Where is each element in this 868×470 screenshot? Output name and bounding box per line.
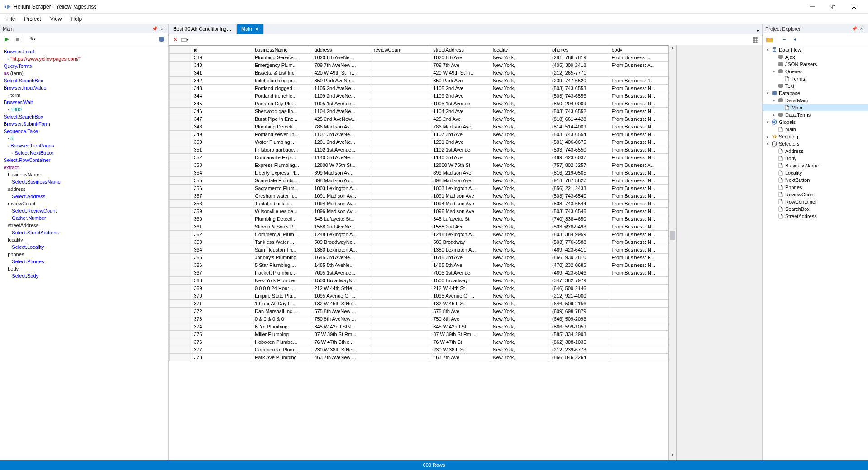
table-row[interactable]: 365Johnny's Plumbing1645 3rd AveNe...164… xyxy=(170,254,668,261)
cell[interactable]: 1096 Madison Av... xyxy=(311,208,371,215)
cell[interactable]: New York, xyxy=(490,92,549,100)
cell[interactable]: (914) 767-5627 xyxy=(549,177,609,185)
cell[interactable]: From Business: N... xyxy=(609,138,668,146)
code-line[interactable]: Select.SearchBox xyxy=(4,113,165,120)
cell[interactable]: Scarsdale Plumbi... xyxy=(252,177,311,185)
cell[interactable]: 343 xyxy=(191,85,252,92)
cell[interactable]: New York, xyxy=(490,169,549,177)
cell[interactable]: (757) 802-3257 xyxy=(549,161,609,169)
tree-node[interactable]: NextButton xyxy=(763,176,868,184)
cell[interactable] xyxy=(371,92,430,100)
cell[interactable]: 589 BroadwayNe... xyxy=(311,238,371,246)
cell[interactable]: 37 W 39th St Rm... xyxy=(311,331,371,338)
cell[interactable]: 230 W 38th StNe... xyxy=(311,346,371,354)
table-row[interactable]: 370Empire State Plu...1095 Avenue Of ...… xyxy=(170,292,668,300)
cell[interactable] xyxy=(609,69,668,77)
wand-button[interactable]: ✎▾ xyxy=(28,34,38,44)
cell[interactable] xyxy=(371,192,430,200)
cell[interactable]: New York, xyxy=(490,77,549,85)
cell[interactable]: 420 W 49th St Fr... xyxy=(311,69,371,77)
tree-node[interactable]: ▾Queries xyxy=(763,68,868,75)
cell[interactable]: Sam Houston Th... xyxy=(252,246,311,254)
cell[interactable]: From Business: N... xyxy=(609,123,668,131)
cell[interactable]: 1095 Avenue Of ... xyxy=(311,292,371,300)
cell[interactable]: From Business: N... xyxy=(609,146,668,154)
cell[interactable]: Gresham water h... xyxy=(252,192,311,200)
cell[interactable]: Miller Plumbing xyxy=(252,331,311,338)
cell[interactable]: (212) 239-6773 xyxy=(549,346,609,354)
cell[interactable]: From Business: N... xyxy=(609,108,668,115)
code-line[interactable]: · term xyxy=(4,91,165,99)
table-row[interactable]: 375Miller Plumbing37 W 39th St Rm...37 W… xyxy=(170,331,668,338)
cell[interactable] xyxy=(371,238,430,246)
cell[interactable]: 342 xyxy=(191,77,252,85)
cell[interactable] xyxy=(609,308,668,315)
cell[interactable]: 346 xyxy=(191,108,252,115)
expand-icon[interactable]: ▾ xyxy=(772,69,776,74)
code-line[interactable]: · "https://www.yellowpages.com/" xyxy=(4,55,165,62)
cell[interactable]: 1003 Lexington A... xyxy=(430,185,490,192)
cell[interactable]: (469) 423-6411 xyxy=(549,246,609,254)
table-row[interactable]: 360Plumbing Detecti...345 Lafayette St..… xyxy=(170,215,668,223)
table-row[interactable]: 359Wilsonville reside...1096 Madison Av.… xyxy=(170,208,668,215)
cell[interactable]: New York, xyxy=(490,131,549,138)
cell[interactable]: 1104 2nd Ave xyxy=(430,108,490,115)
column-header[interactable]: address xyxy=(311,46,371,54)
tree-node[interactable]: RowContainer xyxy=(763,198,868,205)
tree-node[interactable]: Main xyxy=(763,126,868,133)
cell[interactable]: From Business: ... xyxy=(609,54,668,62)
cell[interactable]: From Business: N... xyxy=(609,177,668,185)
cell[interactable]: (866) 846-2264 xyxy=(549,354,609,361)
cell[interactable] xyxy=(609,346,668,354)
code-line[interactable]: Query.Terms xyxy=(4,62,165,70)
table-row[interactable]: 368New York Plumber1500 BroadwayN...1500… xyxy=(170,277,668,285)
cell[interactable]: From Business: N... xyxy=(609,208,668,215)
table-row[interactable]: 340Emergency Plum...789 7th AveNew ...78… xyxy=(170,62,668,69)
tree-node[interactable]: SearchBox xyxy=(763,205,868,213)
cell[interactable]: 7005 1st Avenue... xyxy=(311,269,371,277)
cell[interactable]: 76 W 47th St xyxy=(430,338,490,346)
tree-node[interactable]: Text xyxy=(763,82,868,90)
column-header[interactable]: locality xyxy=(490,46,549,54)
cell[interactable]: New York, xyxy=(490,69,549,77)
cell[interactable] xyxy=(371,300,430,308)
cell[interactable]: 1003 Lexington A... xyxy=(311,185,371,192)
cell[interactable]: 5 Star Plumbing ... xyxy=(252,261,311,269)
table-row[interactable]: 351Hillsboro garbage...1102 1st Avenue..… xyxy=(170,146,668,154)
cell[interactable]: (850) 204-0009 xyxy=(549,100,609,108)
cell[interactable] xyxy=(609,292,668,300)
cell[interactable]: (740) 338-4650 xyxy=(549,215,609,223)
cell[interactable]: From Business: N... xyxy=(609,92,668,100)
cell[interactable]: (281) 766-7819 xyxy=(549,54,609,62)
cell[interactable]: (862) 308-1036 xyxy=(549,338,609,346)
cell[interactable]: (347) 382-7979 xyxy=(549,277,609,285)
cell[interactable] xyxy=(371,131,430,138)
cell[interactable]: New York, xyxy=(490,192,549,200)
cell[interactable]: 377 xyxy=(191,346,252,354)
cell[interactable]: 341 xyxy=(191,69,252,77)
cell[interactable] xyxy=(371,315,430,323)
code-editor[interactable]: Browser.Load · "https://www.yellowpages.… xyxy=(0,45,168,460)
cell[interactable]: New York, xyxy=(490,231,549,238)
cell[interactable]: (609) 698-7879 xyxy=(549,308,609,315)
minimize-button[interactable] xyxy=(802,0,823,14)
code-line[interactable]: extract xyxy=(4,164,165,171)
cell[interactable]: (646) 509-2093 xyxy=(549,315,609,323)
tree-node[interactable]: ▾Data.Main xyxy=(763,97,868,104)
column-header[interactable]: businessName xyxy=(252,46,311,54)
cell[interactable]: New York Plumber xyxy=(252,277,311,285)
menu-view[interactable]: View xyxy=(46,14,67,24)
data-grid[interactable]: idbusinessNameaddressreviewCountstreetAd… xyxy=(169,45,668,460)
code-line[interactable]: businessName xyxy=(4,171,165,178)
code-line[interactable]: streetAddress xyxy=(4,222,165,229)
cell[interactable]: From Business: N... xyxy=(609,200,668,208)
cell[interactable]: New York, xyxy=(490,200,549,208)
cell[interactable] xyxy=(371,108,430,115)
cell[interactable]: New York, xyxy=(490,277,549,285)
column-header[interactable]: streetAddress xyxy=(430,46,490,54)
tree-node[interactable]: ▾Database xyxy=(763,90,868,97)
cell[interactable]: 589 Broadway xyxy=(430,238,490,246)
cell[interactable]: 1485 5th AveNe... xyxy=(311,261,371,269)
code-line[interactable]: body xyxy=(4,265,165,272)
cell[interactable]: 898 Madison Ave xyxy=(430,177,490,185)
